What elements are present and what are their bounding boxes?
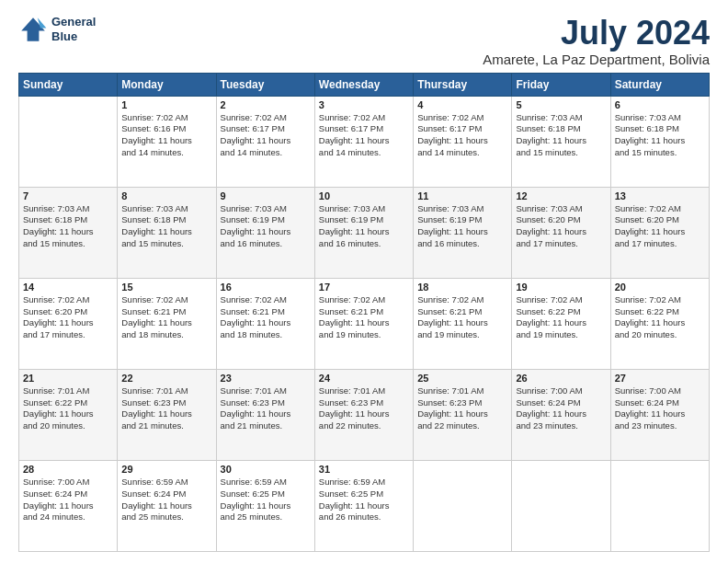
day-number: 26 [516, 373, 606, 384]
calendar-cell: 8Sunrise: 7:03 AM Sunset: 6:18 PM Daylig… [118, 187, 216, 278]
day-number: 25 [417, 373, 507, 384]
day-number: 7 [23, 190, 113, 201]
day-number: 15 [121, 282, 211, 293]
cell-info: Sunrise: 7:02 AM Sunset: 6:21 PM Dayligh… [319, 294, 409, 341]
day-number: 8 [121, 190, 211, 201]
calendar-cell [610, 460, 709, 551]
day-number: 24 [319, 373, 409, 384]
day-number: 23 [221, 373, 311, 384]
header-monday: Monday [118, 73, 216, 96]
svg-marker-0 [21, 17, 45, 41]
header-tuesday: Tuesday [216, 73, 314, 96]
header: General Blue July 2024 Amarete, La Paz D… [18, 15, 710, 67]
cell-info: Sunrise: 6:59 AM Sunset: 6:25 PM Dayligh… [221, 477, 311, 523]
calendar-cell: 25Sunrise: 7:01 AM Sunset: 6:23 PM Dayli… [414, 369, 512, 460]
calendar-cell: 5Sunrise: 7:03 AM Sunset: 6:18 PM Daylig… [512, 96, 610, 187]
day-number: 11 [417, 190, 507, 201]
calendar-cell: 18Sunrise: 7:02 AM Sunset: 6:21 PM Dayli… [414, 278, 512, 369]
calendar-cell: 14Sunrise: 7:02 AM Sunset: 6:20 PM Dayli… [19, 278, 118, 369]
calendar-cell: 20Sunrise: 7:02 AM Sunset: 6:22 PM Dayli… [610, 278, 709, 369]
cell-info: Sunrise: 7:03 AM Sunset: 6:18 PM Dayligh… [516, 112, 606, 159]
day-number: 31 [319, 464, 409, 475]
calendar-cell: 31Sunrise: 6:59 AM Sunset: 6:25 PM Dayli… [314, 460, 413, 551]
calendar-cell: 3Sunrise: 7:02 AM Sunset: 6:17 PM Daylig… [314, 96, 413, 187]
title-block: July 2024 Amarete, La Paz Department, Bo… [483, 15, 710, 67]
calendar-cell: 13Sunrise: 7:02 AM Sunset: 6:20 PM Dayli… [610, 187, 709, 278]
cell-info: Sunrise: 7:02 AM Sunset: 6:21 PM Dayligh… [417, 294, 507, 341]
calendar-cell: 27Sunrise: 7:00 AM Sunset: 6:24 PM Dayli… [610, 369, 709, 460]
month-title: July 2024 [483, 15, 710, 52]
day-number: 12 [516, 190, 606, 201]
cell-info: Sunrise: 7:02 AM Sunset: 6:20 PM Dayligh… [23, 294, 113, 341]
calendar-cell: 23Sunrise: 7:01 AM Sunset: 6:23 PM Dayli… [216, 369, 314, 460]
day-number: 20 [615, 282, 705, 293]
logo-line1: General [51, 15, 96, 29]
cell-info: Sunrise: 7:03 AM Sunset: 6:19 PM Dayligh… [417, 203, 507, 250]
calendar-week-1: 1Sunrise: 7:02 AM Sunset: 6:16 PM Daylig… [19, 96, 710, 187]
cell-info: Sunrise: 7:03 AM Sunset: 6:18 PM Dayligh… [121, 203, 211, 250]
header-saturday: Saturday [610, 73, 709, 96]
cell-info: Sunrise: 7:02 AM Sunset: 6:22 PM Dayligh… [615, 294, 705, 341]
day-number: 19 [516, 282, 606, 293]
day-number: 1 [121, 99, 211, 110]
calendar-cell: 19Sunrise: 7:02 AM Sunset: 6:22 PM Dayli… [512, 278, 610, 369]
calendar-week-4: 21Sunrise: 7:01 AM Sunset: 6:22 PM Dayli… [19, 369, 710, 460]
calendar-cell: 7Sunrise: 7:03 AM Sunset: 6:18 PM Daylig… [19, 187, 118, 278]
calendar-cell: 16Sunrise: 7:02 AM Sunset: 6:21 PM Dayli… [216, 278, 314, 369]
cell-info: Sunrise: 7:02 AM Sunset: 6:22 PM Dayligh… [516, 294, 606, 341]
calendar-cell: 9Sunrise: 7:03 AM Sunset: 6:19 PM Daylig… [216, 187, 314, 278]
calendar-cell: 22Sunrise: 7:01 AM Sunset: 6:23 PM Dayli… [118, 369, 216, 460]
day-number: 9 [221, 190, 311, 201]
calendar-cell: 15Sunrise: 7:02 AM Sunset: 6:21 PM Dayli… [118, 278, 216, 369]
calendar-cell: 17Sunrise: 7:02 AM Sunset: 6:21 PM Dayli… [314, 278, 413, 369]
header-thursday: Thursday [414, 73, 512, 96]
cell-info: Sunrise: 7:03 AM Sunset: 6:19 PM Dayligh… [319, 203, 409, 250]
logo-icon [18, 15, 48, 44]
cell-info: Sunrise: 6:59 AM Sunset: 6:24 PM Dayligh… [121, 477, 211, 523]
cell-info: Sunrise: 7:02 AM Sunset: 6:17 PM Dayligh… [417, 112, 507, 159]
calendar-cell: 21Sunrise: 7:01 AM Sunset: 6:22 PM Dayli… [19, 369, 118, 460]
day-number: 14 [23, 282, 113, 293]
location: Amarete, La Paz Department, Bolivia [483, 52, 710, 67]
cell-info: Sunrise: 7:03 AM Sunset: 6:19 PM Dayligh… [221, 203, 311, 250]
calendar-cell: 12Sunrise: 7:03 AM Sunset: 6:20 PM Dayli… [512, 187, 610, 278]
calendar-cell: 10Sunrise: 7:03 AM Sunset: 6:19 PM Dayli… [314, 187, 413, 278]
day-number: 17 [319, 282, 409, 293]
cell-info: Sunrise: 7:01 AM Sunset: 6:23 PM Dayligh… [121, 385, 211, 432]
cell-info: Sunrise: 7:02 AM Sunset: 6:21 PM Dayligh… [121, 294, 211, 341]
calendar-body: 1Sunrise: 7:02 AM Sunset: 6:16 PM Daylig… [19, 96, 710, 551]
day-number: 22 [121, 373, 211, 384]
cell-info: Sunrise: 7:03 AM Sunset: 6:18 PM Dayligh… [615, 112, 705, 159]
calendar-week-2: 7Sunrise: 7:03 AM Sunset: 6:18 PM Daylig… [19, 187, 710, 278]
cell-info: Sunrise: 7:01 AM Sunset: 6:22 PM Dayligh… [23, 385, 113, 432]
day-number: 13 [615, 190, 705, 201]
calendar-week-3: 14Sunrise: 7:02 AM Sunset: 6:20 PM Dayli… [19, 278, 710, 369]
calendar-week-5: 28Sunrise: 7:00 AM Sunset: 6:24 PM Dayli… [19, 460, 710, 551]
day-number: 29 [121, 464, 211, 475]
day-number: 3 [319, 99, 409, 110]
calendar-cell: 6Sunrise: 7:03 AM Sunset: 6:18 PM Daylig… [610, 96, 709, 187]
cell-info: Sunrise: 7:00 AM Sunset: 6:24 PM Dayligh… [615, 385, 705, 432]
cell-info: Sunrise: 7:01 AM Sunset: 6:23 PM Dayligh… [221, 385, 311, 432]
calendar-cell: 2Sunrise: 7:02 AM Sunset: 6:17 PM Daylig… [216, 96, 314, 187]
calendar-cell: 24Sunrise: 7:01 AM Sunset: 6:23 PM Dayli… [314, 369, 413, 460]
cell-info: Sunrise: 6:59 AM Sunset: 6:25 PM Dayligh… [319, 477, 409, 523]
calendar-cell: 29Sunrise: 6:59 AM Sunset: 6:24 PM Dayli… [118, 460, 216, 551]
day-number: 2 [221, 99, 311, 110]
cell-info: Sunrise: 7:00 AM Sunset: 6:24 PM Dayligh… [516, 385, 606, 432]
calendar-table: Sunday Monday Tuesday Wednesday Thursday… [18, 73, 710, 552]
cell-info: Sunrise: 7:02 AM Sunset: 6:21 PM Dayligh… [221, 294, 311, 341]
header-wednesday: Wednesday [314, 73, 413, 96]
cell-info: Sunrise: 7:01 AM Sunset: 6:23 PM Dayligh… [319, 385, 409, 432]
calendar-cell: 4Sunrise: 7:02 AM Sunset: 6:17 PM Daylig… [414, 96, 512, 187]
day-number: 30 [221, 464, 311, 475]
day-number: 21 [23, 373, 113, 384]
day-number: 16 [221, 282, 311, 293]
calendar-cell: 28Sunrise: 7:00 AM Sunset: 6:24 PM Dayli… [19, 460, 118, 551]
day-number: 6 [615, 99, 705, 110]
header-friday: Friday [512, 73, 610, 96]
cell-info: Sunrise: 7:02 AM Sunset: 6:17 PM Dayligh… [319, 112, 409, 159]
calendar-cell: 11Sunrise: 7:03 AM Sunset: 6:19 PM Dayli… [414, 187, 512, 278]
header-sunday: Sunday [19, 73, 118, 96]
calendar-cell: 26Sunrise: 7:00 AM Sunset: 6:24 PM Dayli… [512, 369, 610, 460]
